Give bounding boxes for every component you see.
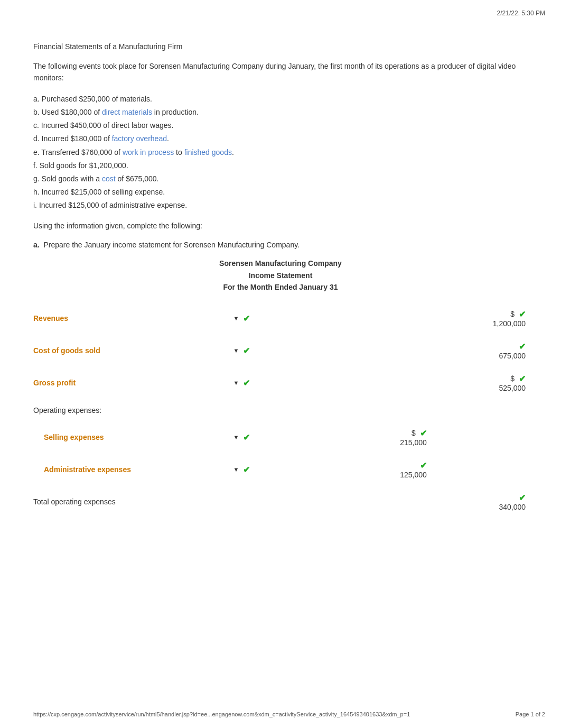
section-a-text: Prepare the January income statement for…: [43, 241, 300, 249]
total-operating-value-block: ✔ 340,000: [431, 493, 526, 511]
section-a-intro: a. Prepare the January income statement …: [33, 241, 528, 249]
cogs-value-check: ✔: [519, 342, 526, 352]
selling-expenses-dropdown-icon[interactable]: ▼: [233, 434, 239, 440]
cogs-value: 675,000: [499, 352, 526, 360]
company-header: Sorensen Manufacturing Company Income St…: [33, 257, 528, 293]
page-title: Financial Statements of a Manufacturing …: [33, 42, 528, 51]
list-item: b. Used $180,000 of direct materials in …: [33, 106, 528, 119]
events-list: a. Purchased $250,000 of materials. b. U…: [33, 93, 528, 213]
gross-profit-value-check: ✔: [519, 374, 526, 384]
section-a-label: a.: [33, 241, 40, 249]
revenues-value-block: $ ✔ 1,200,000: [431, 309, 526, 328]
factory-overhead-link[interactable]: factory overhead: [112, 134, 167, 143]
admin-expenses-row: Administrative expenses ▼ ✔ ✔ 125,000: [33, 457, 528, 482]
selling-expenses-label: Selling expenses: [44, 433, 104, 441]
company-statement: Income Statement: [33, 270, 528, 281]
timestamp: 2/21/22, 5:30 PM: [497, 10, 545, 17]
revenues-value: 1,200,000: [493, 319, 526, 328]
gross-profit-label: Gross profit: [33, 379, 76, 387]
cogs-row: Cost of goods sold ▼ ✔ ✔ 675,000: [33, 338, 528, 363]
revenues-check-icon: ✔: [243, 314, 250, 324]
gross-profit-dollar: $: [510, 374, 515, 383]
cogs-value-block: ✔ 675,000: [431, 342, 526, 360]
finished-goods-link[interactable]: finished goods: [184, 148, 232, 156]
list-item: c. Incurred $450,000 of direct labor wag…: [33, 119, 528, 132]
admin-expenses-check-icon: ✔: [243, 465, 250, 475]
total-operating-row: Total operating expenses ✔ 340,000: [33, 490, 528, 514]
footer-url: https://cxp.cengage.com/activityservice/…: [33, 711, 410, 717]
selling-expenses-check-icon: ✔: [243, 432, 250, 443]
list-item: f. Sold goods for $1,200,000.: [33, 159, 528, 172]
footer-page: Page 1 of 2: [516, 711, 545, 717]
selling-expenses-controls: ▼ ✔: [233, 432, 250, 443]
list-item: d. Incurred $180,000 of factory overhead…: [33, 132, 528, 145]
selling-expenses-value: 215,000: [400, 438, 427, 447]
selling-expenses-row: Selling expenses ▼ ✔ $ ✔ 215,000: [33, 425, 528, 450]
revenues-controls: ▼ ✔: [233, 314, 250, 324]
company-name: Sorensen Manufacturing Company: [33, 257, 528, 269]
using-text: Using the information given, complete th…: [33, 222, 528, 230]
revenues-dropdown-icon[interactable]: ▼: [233, 315, 239, 321]
gross-profit-value: 525,000: [499, 384, 526, 392]
list-item: h. Incurred $215,000 of selling expense.: [33, 186, 528, 199]
cogs-controls: ▼ ✔: [233, 346, 250, 356]
direct-materials-link[interactable]: direct materials: [102, 108, 152, 116]
gross-profit-dropdown-icon[interactable]: ▼: [233, 380, 239, 386]
gross-profit-row: Gross profit ▼ ✔ $ ✔ 525,000: [33, 371, 528, 395]
selling-expenses-dollar: $: [412, 429, 416, 437]
cogs-dropdown-icon[interactable]: ▼: [233, 347, 239, 354]
admin-expenses-dropdown-icon[interactable]: ▼: [233, 466, 239, 473]
revenues-dollar: $: [510, 310, 515, 318]
cost-link[interactable]: cost: [102, 174, 116, 183]
total-operating-value: 340,000: [499, 503, 526, 511]
list-item: a. Purchased $250,000 of materials.: [33, 93, 528, 106]
company-period: For the Month Ended January 31: [33, 281, 528, 293]
operating-expenses-header-row: Operating expenses:: [33, 403, 528, 418]
revenues-row: Revenues ▼ ✔ $ ✔ 1,200,000: [33, 306, 528, 331]
intro-text: The following events took place for Sore…: [33, 60, 528, 84]
gross-profit-value-block: $ ✔ 525,000: [431, 374, 526, 392]
cogs-check-icon: ✔: [243, 346, 250, 356]
admin-expenses-value: 125,000: [400, 471, 427, 479]
total-operating-check: ✔: [519, 493, 526, 503]
gross-profit-check-icon: ✔: [243, 378, 250, 388]
gross-profit-controls: ▼ ✔: [233, 378, 250, 388]
list-item: e. Transferred $760,000 of work in proce…: [33, 146, 528, 159]
operating-expenses-label: Operating expenses:: [33, 406, 101, 414]
admin-expenses-controls: ▼ ✔: [233, 465, 250, 475]
cogs-label: Cost of goods sold: [33, 346, 100, 355]
admin-expenses-value-check: ✔: [420, 460, 427, 471]
total-operating-label: Total operating expenses: [33, 497, 116, 506]
selling-expenses-value-block: $ ✔ 215,000: [332, 428, 427, 447]
revenues-value-check: ✔: [519, 309, 526, 319]
admin-expenses-label: Administrative expenses: [44, 465, 131, 474]
income-statement-table: Revenues ▼ ✔ $ ✔ 1,200,000: [33, 306, 528, 514]
admin-expenses-value-block: ✔ 125,000: [332, 460, 427, 479]
list-item: i. Incurred $125,000 of administrative e…: [33, 199, 528, 212]
work-in-process-link[interactable]: work in process: [123, 148, 174, 156]
revenues-label: Revenues: [33, 314, 68, 322]
list-item: g. Sold goods with a cost of $675,000.: [33, 172, 528, 186]
selling-expenses-value-check: ✔: [420, 428, 427, 438]
